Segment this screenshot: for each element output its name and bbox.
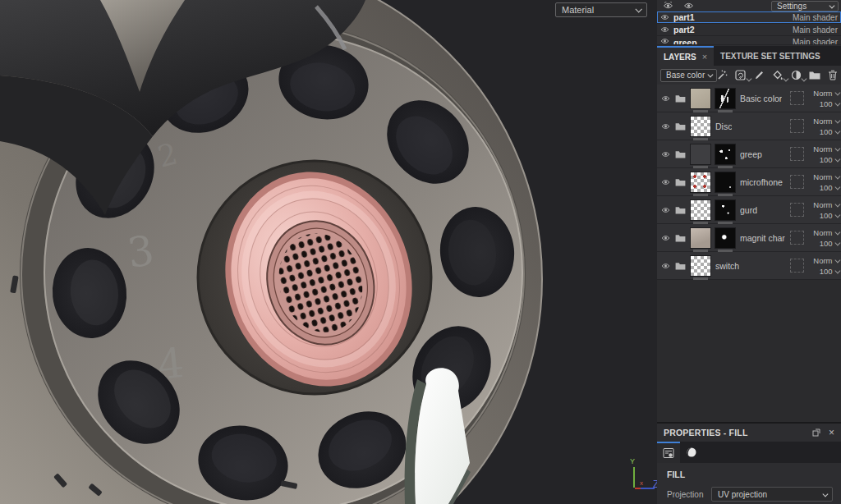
texture-set-row[interactable]: part2 Main shader (657, 24, 841, 36)
layer-row[interactable]: magnit chardge Norm 100 (657, 224, 841, 252)
visibility-single-icon[interactable] (683, 2, 694, 10)
material-slot[interactable] (790, 119, 804, 133)
layer-content-thumbnail[interactable] (691, 117, 710, 136)
3d-viewport[interactable]: 2 3 4 (0, 0, 657, 504)
layer-visibility-eye-icon[interactable] (661, 151, 670, 158)
layer-name[interactable]: Basic color (740, 94, 782, 103)
opacity-value: 100 (820, 99, 833, 109)
layer-name[interactable]: microfhone (740, 177, 783, 187)
blend-mode-dropdown[interactable]: Norm (809, 88, 839, 99)
tab-material-properties[interactable] (657, 442, 680, 463)
texture-set-visibility-eye-icon[interactable] (660, 14, 669, 21)
projection-dropdown[interactable]: UV projection (711, 487, 833, 502)
settings-dropdown[interactable]: Settings (771, 1, 839, 11)
material-slot[interactable] (790, 175, 804, 189)
layer-mask-thumbnail[interactable] (715, 200, 735, 220)
layer-row[interactable]: Disc Norm 100 (657, 112, 841, 140)
paint-brush-icon[interactable] (754, 70, 765, 80)
layer-visibility-eye-icon[interactable] (661, 263, 670, 269)
blend-mode-dropdown[interactable]: Norm (809, 227, 839, 238)
layer-row[interactable]: greep Norm 100 (657, 140, 841, 168)
opacity-dropdown[interactable]: 100 (809, 266, 839, 277)
material-slot[interactable] (790, 91, 804, 105)
add-mask-icon[interactable] (791, 70, 802, 80)
layer-mask-thumbnail[interactable] (715, 144, 735, 164)
channel-filter-dropdown[interactable]: Base color (660, 69, 717, 82)
material-slot[interactable] (790, 147, 804, 161)
texture-set-shader[interactable]: Main shader (793, 38, 838, 45)
material-slot[interactable] (790, 259, 804, 273)
layer-visibility-eye-icon[interactable] (661, 235, 670, 241)
texture-set-shader[interactable]: Main shader (793, 13, 838, 22)
layer-row[interactable]: microfhone Norm 100 (657, 168, 841, 196)
layer-visibility-eye-icon[interactable] (661, 179, 670, 186)
visibility-all-icon[interactable] (663, 2, 673, 10)
layer-mask-thumbnail[interactable] (715, 172, 735, 192)
viewport-display-mode-dropdown[interactable]: Material (555, 2, 647, 17)
layer-folder-icon (675, 234, 686, 242)
blend-mode-value: Norm (813, 172, 832, 182)
blend-mode-dropdown[interactable]: Norm (809, 199, 839, 210)
opacity-dropdown[interactable]: 100 (809, 238, 839, 249)
blend-mode-value: Norm (813, 88, 832, 99)
viewport-display-mode-value: Material (562, 5, 594, 15)
layer-list-empty-area[interactable] (657, 280, 841, 422)
opacity-dropdown[interactable]: 100 (809, 154, 839, 165)
layer-visibility-eye-icon[interactable] (661, 95, 670, 102)
texture-set-name: part1 (673, 12, 695, 22)
blend-mode-dropdown[interactable]: Norm (809, 116, 839, 126)
layer-content-thumbnail[interactable] (691, 200, 710, 220)
layer-content-thumbnail[interactable] (691, 172, 710, 192)
axis-gizmo: Y x Z (621, 456, 662, 499)
undock-panel-icon[interactable] (812, 428, 820, 437)
blend-mode-dropdown[interactable]: Norm (809, 144, 839, 154)
new-folder-icon[interactable] (809, 71, 820, 80)
layer-row[interactable]: switch Norm 100 (657, 252, 841, 280)
tab-material-preview-sphere[interactable] (680, 442, 703, 463)
layer-content-thumbnail[interactable] (691, 144, 710, 164)
material-slot[interactable] (790, 231, 804, 245)
close-tab-icon[interactable]: × (702, 52, 707, 62)
chevron-down-icon (834, 229, 839, 234)
close-panel-icon[interactable]: × (829, 427, 834, 438)
tab-texture-set-settings[interactable]: TEXTURE SET SETTINGS (714, 46, 827, 66)
layer-name[interactable]: Disc (715, 121, 732, 131)
texture-set-row[interactable]: part1 Main shader (657, 11, 841, 24)
layer-row[interactable]: gurd Norm 100 (657, 196, 841, 224)
opacity-dropdown[interactable]: 100 (809, 99, 839, 109)
layer-content-thumbnail[interactable] (691, 228, 710, 248)
layer-content-thumbnail[interactable] (691, 256, 710, 276)
layer-mask-thumbnail[interactable] (715, 89, 735, 108)
blend-mode-dropdown[interactable]: Norm (809, 255, 839, 266)
chevron-down-icon (834, 145, 839, 150)
delete-layer-trash-icon[interactable] (828, 70, 838, 80)
chevron-down-icon (834, 257, 839, 262)
material-slot[interactable] (790, 203, 804, 217)
layer-visibility-eye-icon[interactable] (661, 207, 670, 213)
add-effect-wand-icon[interactable] (717, 70, 728, 80)
layer-mask-thumbnail[interactable] (715, 228, 735, 248)
tab-texture-set-settings-label: TEXTURE SET SETTINGS (720, 52, 820, 61)
chevron-down-icon (834, 89, 839, 94)
layer-content-thumbnail[interactable] (691, 89, 710, 108)
opacity-dropdown[interactable]: 100 (809, 126, 839, 137)
layer-row[interactable]: Basic color Norm 100 (657, 85, 841, 112)
layer-visibility-eye-icon[interactable] (661, 123, 670, 130)
smart-material-icon[interactable] (735, 70, 747, 80)
layer-name[interactable]: switch (715, 261, 739, 271)
blend-mode-dropdown[interactable]: Norm (809, 172, 839, 182)
opacity-dropdown[interactable]: 100 (809, 210, 839, 221)
svg-text:4: 4 (155, 339, 186, 389)
layer-folder-icon (675, 262, 686, 270)
texture-set-visibility-eye-icon[interactable] (660, 38, 669, 44)
layer-name[interactable]: gurd (740, 205, 757, 215)
layer-name[interactable]: magnit chardge (740, 233, 785, 243)
fill-bucket-icon[interactable] (772, 70, 784, 80)
texture-set-row[interactable]: greep Main shader (657, 36, 841, 45)
opacity-dropdown[interactable]: 100 (809, 182, 839, 193)
texture-set-visibility-eye-icon[interactable] (660, 26, 669, 33)
texture-set-shader[interactable]: Main shader (793, 25, 838, 34)
tab-layers[interactable]: LAYERS × (657, 46, 714, 66)
properties-title: PROPERTIES - FILL (664, 428, 748, 438)
layer-name[interactable]: greep (740, 149, 762, 159)
